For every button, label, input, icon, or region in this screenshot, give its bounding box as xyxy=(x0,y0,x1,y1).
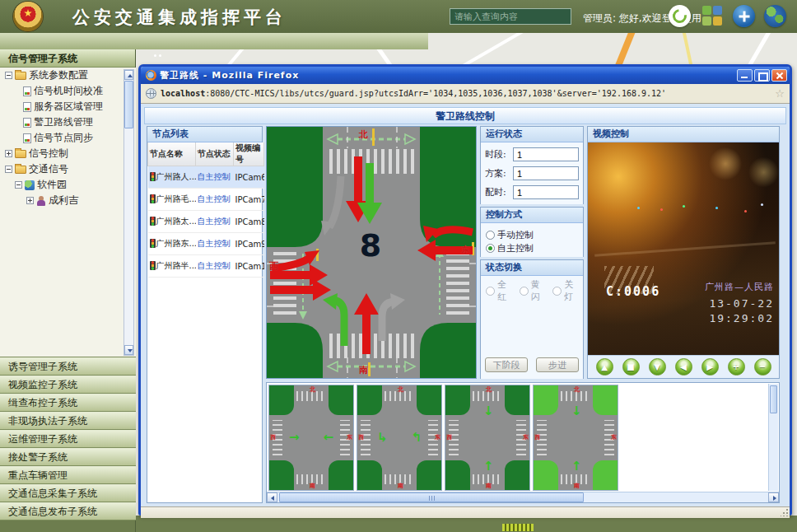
table-row[interactable]: 广州路东... 自主控制 IPCam9 xyxy=(148,233,264,255)
next-phase-button[interactable]: 下阶段 xyxy=(485,357,528,372)
tree-label[interactable]: 成利吉 xyxy=(49,193,78,208)
control-mode-panel: 控制方式 手动控制 自主控制 xyxy=(480,207,584,257)
sidebar-section-investigation[interactable]: 缉查布控子系统 xyxy=(0,394,136,412)
globe-map-icon[interactable] xyxy=(764,5,786,27)
node-table: 节点名称 节点状态 视频编号 广州路人... 自主控制 IPCam6 广州路毛.… xyxy=(147,142,264,278)
scrollbar-thumb[interactable] xyxy=(124,81,133,128)
zoom-out-button[interactable]: − xyxy=(754,358,771,376)
strip-vertical-scrollbar[interactable] xyxy=(768,384,778,491)
stop-button[interactable]: ■ xyxy=(622,358,640,376)
tree-label[interactable]: 信号机时间校准 xyxy=(34,83,103,99)
timing-input[interactable] xyxy=(513,185,579,199)
scroll-down-icon[interactable] xyxy=(124,345,133,355)
route-node-thumbnail[interactable]: 北 南 西 东 → ← xyxy=(268,385,354,491)
status-link[interactable]: 自主控制 xyxy=(196,189,234,211)
table-row[interactable]: 广州路太... 自主控制 IPCam8 xyxy=(148,211,264,233)
sidebar-section-signal-mgmt[interactable]: 信号管理子系统 xyxy=(0,49,135,68)
sidebar-section-info-release[interactable]: 交通信息发布子系统 xyxy=(0,502,136,520)
tree-scrollbar[interactable] xyxy=(124,69,134,356)
lights-off-option[interactable]: 关灯 xyxy=(552,284,580,297)
tree-node-software-park[interactable]: 软件园 xyxy=(0,177,136,193)
tree-node-traffic-signal[interactable]: 交通信号 xyxy=(0,161,136,177)
scrollbar-thumb[interactable] xyxy=(279,492,584,502)
tree-label[interactable]: 交通信号 xyxy=(29,161,68,177)
expand-icon[interactable] xyxy=(26,197,34,204)
tree-node-server-region[interactable]: 服务器区域管理 xyxy=(0,99,136,114)
table-row[interactable]: 广州路毛... 自主控制 IPCam7 xyxy=(148,189,264,211)
scroll-left-icon[interactable] xyxy=(267,492,277,502)
collapse-icon[interactable] xyxy=(15,181,22,189)
scroll-right-icon[interactable] xyxy=(768,492,779,502)
strip-horizontal-scrollbar[interactable] xyxy=(267,492,779,502)
edit-page-icon xyxy=(23,118,31,128)
status-link[interactable]: 自主控制 xyxy=(196,255,234,278)
region-icon xyxy=(25,180,35,190)
tree-node-time-calibration[interactable]: 信号机时间校准 xyxy=(0,83,136,99)
radio-icon[interactable] xyxy=(486,287,495,296)
add-icon[interactable] xyxy=(733,5,755,27)
url-text[interactable]: localhost:8080/CTC-MICS/libs/utcs/guard.… xyxy=(161,89,771,98)
route-node-thumbnail[interactable]: 北 南 西 东 ↓ ↑ xyxy=(445,385,530,491)
yellow-flash-option[interactable]: 黄闪 xyxy=(520,284,547,297)
tree-node-signal-sync[interactable]: 信号节点同步 xyxy=(0,130,136,146)
expand-icon[interactable] xyxy=(5,150,12,157)
radio-icon[interactable] xyxy=(486,231,495,240)
sidebar-section-guidance[interactable]: 诱导管理子系统 xyxy=(0,357,136,376)
tree-node-guard-route[interactable]: 警卫路线管理 xyxy=(0,114,136,130)
table-row[interactable]: 广州路半... 自主控制 IPCam10 xyxy=(148,255,264,278)
pan-up-button[interactable]: ▲ xyxy=(596,358,613,376)
scrollbar-thumb[interactable] xyxy=(770,385,777,413)
radio-icon[interactable] xyxy=(520,287,529,296)
scroll-up-icon[interactable] xyxy=(124,70,133,80)
step-button[interactable]: 步进 xyxy=(536,357,579,372)
apps-grid-icon[interactable] xyxy=(701,5,724,27)
refresh-icon[interactable] xyxy=(669,5,691,27)
tree-label[interactable]: 信号节点同步 xyxy=(34,130,93,146)
col-video-id[interactable]: 视频编号 xyxy=(234,142,264,166)
tree-node-param-config[interactable]: 系统参数配置 xyxy=(0,68,136,83)
route-node-thumbnail[interactable]: 北 南 西 东 ↳ ↰ xyxy=(357,385,442,491)
sidebar-section-key-vehicles[interactable]: 重点车辆管理 xyxy=(0,466,136,484)
tree-node-signal-control[interactable]: 信号控制 xyxy=(0,146,136,161)
url-bar[interactable]: localhost:8080/CTC-MICS/libs/utcs/guard.… xyxy=(141,84,790,104)
status-link[interactable]: 自主控制 xyxy=(196,211,234,233)
manual-control-option[interactable]: 手动控制 xyxy=(486,228,578,241)
tree-label[interactable]: 服务器区域管理 xyxy=(34,99,103,114)
close-button[interactable] xyxy=(771,69,787,82)
window-statusbar xyxy=(141,506,790,518)
pan-left-button[interactable]: ◀ xyxy=(675,358,692,376)
sidebar-section-dispatch[interactable]: 接处警子系统 xyxy=(0,448,136,466)
tree-label[interactable]: 信号控制 xyxy=(29,146,68,161)
collapse-icon[interactable] xyxy=(5,166,12,173)
all-red-option[interactable]: 全红 xyxy=(486,284,513,297)
sidebar-section-operations[interactable]: 运维管理子系统 xyxy=(0,430,136,448)
tree-label[interactable]: 软件园 xyxy=(37,177,67,193)
col-node-name[interactable]: 节点名称 xyxy=(148,142,196,166)
collapse-icon[interactable] xyxy=(5,72,12,79)
plan-input[interactable] xyxy=(513,166,579,180)
pan-right-button[interactable]: ▶ xyxy=(701,358,719,376)
status-link[interactable]: 自主控制 xyxy=(196,166,234,189)
tree-label[interactable]: 系统参数配置 xyxy=(29,68,88,83)
tree-label[interactable]: 警卫路线管理 xyxy=(34,114,93,130)
period-input[interactable] xyxy=(513,147,579,161)
status-link[interactable]: 自主控制 xyxy=(196,233,234,255)
sidebar-section-offsite-enforcement[interactable]: 非现场执法子系统 xyxy=(0,412,136,430)
window-titlebar[interactable]: 警卫路线 - Mozilla Firefox xyxy=(141,67,790,84)
route-node-thumbnail-selected[interactable]: 北 南 西 东 ↓ ↑ xyxy=(533,385,618,491)
minimize-button[interactable] xyxy=(737,69,753,82)
tree-node-person[interactable]: 成利吉 xyxy=(0,193,136,208)
sidebar-section-info-collection[interactable]: 交通信息采集子系统 xyxy=(0,484,136,502)
sidebar-section-video-surveillance[interactable]: 视频监控子系统 xyxy=(0,376,136,394)
auto-control-option[interactable]: 自主控制 xyxy=(486,241,578,254)
zoom-in-button[interactable]: + xyxy=(728,358,745,376)
bookmark-star-icon[interactable]: ☆ xyxy=(775,87,785,100)
pan-down-button[interactable]: ▼ xyxy=(649,358,666,376)
radio-checked-icon[interactable] xyxy=(486,244,495,253)
col-node-status[interactable]: 节点状态 xyxy=(196,142,234,166)
panel-splitter-handle[interactable] xyxy=(154,54,164,58)
search-input[interactable] xyxy=(450,8,571,25)
table-row[interactable]: 广州路人... 自主控制 IPCam6 xyxy=(148,166,264,189)
maximize-button[interactable] xyxy=(754,69,770,82)
radio-icon[interactable] xyxy=(552,287,562,296)
